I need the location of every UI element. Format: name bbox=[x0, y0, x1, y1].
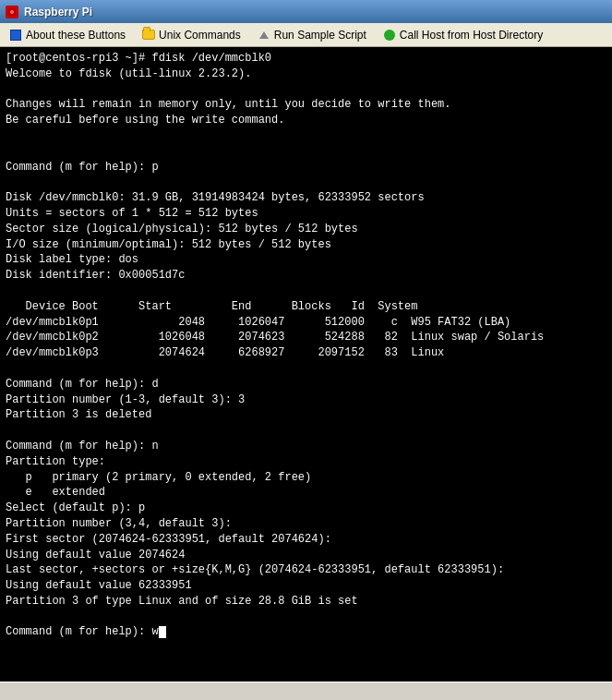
about-label: About these Buttons bbox=[26, 29, 126, 42]
folder-icon bbox=[142, 29, 155, 42]
terminal-area[interactable]: [root@centos-rpi3 ~]# fdisk /dev/mmcblk0… bbox=[0, 47, 612, 682]
menu-bar: About these Buttons Unix Commands Run Sa… bbox=[0, 23, 612, 47]
title-bar-text: Raspberry Pi bbox=[24, 6, 92, 18]
svg-point-1 bbox=[10, 10, 14, 14]
call-label: Call Host from Host Directory bbox=[400, 29, 543, 42]
menu-item-call[interactable]: Call Host from Host Directory bbox=[376, 25, 550, 45]
call-icon bbox=[383, 29, 396, 42]
taskbar bbox=[0, 682, 612, 700]
run-icon bbox=[258, 29, 270, 42]
about-icon bbox=[9, 29, 22, 42]
title-bar-icon bbox=[6, 6, 18, 18]
title-bar: Raspberry Pi bbox=[0, 0, 612, 23]
menu-item-run[interactable]: Run Sample Script bbox=[250, 25, 374, 45]
menu-item-unix[interactable]: Unix Commands bbox=[135, 25, 248, 45]
run-label: Run Sample Script bbox=[274, 29, 366, 42]
menu-item-about[interactable]: About these Buttons bbox=[2, 25, 133, 45]
unix-label: Unix Commands bbox=[159, 29, 241, 42]
terminal-cursor bbox=[159, 626, 166, 638]
